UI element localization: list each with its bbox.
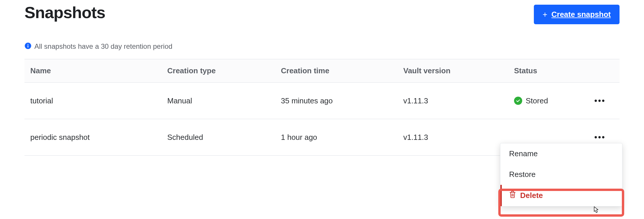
svg-rect-1 [28,45,29,48]
cell-creation-time: 35 minutes ago [275,83,397,119]
menu-item-label: Restore [509,170,536,179]
info-text: All snapshots have a 30 day retention pe… [34,42,173,51]
menu-item-restore[interactable]: Restore [500,164,622,185]
page-title: Snapshots [24,3,105,22]
col-status: Status [508,59,585,83]
cell-creation-type: Scheduled [161,119,275,156]
row-actions-menu-button[interactable]: ••• [594,96,606,105]
plus-icon: + [543,11,547,19]
cell-status: Stored [508,83,585,119]
info-icon [24,42,31,51]
col-vault-version: Vault version [397,59,508,83]
status-label: Stored [526,96,548,105]
check-circle-icon [514,97,522,105]
cell-creation-type: Manual [161,83,275,119]
cell-name: tutorial [24,83,161,119]
cursor-pointer-icon [592,206,600,217]
cell-creation-time: 1 hour ago [275,119,397,156]
cell-vault-version: v1.11.3 [397,119,508,156]
row-actions-menu-button[interactable]: ••• [594,133,606,142]
create-snapshot-button[interactable]: + Create snapshot [534,5,620,24]
col-creation-type: Creation type [161,59,275,83]
cell-name: periodic snapshot [24,119,161,156]
trash-icon [509,191,516,200]
snapshots-table: Name Creation type Creation time Vault v… [24,59,620,156]
menu-item-label: Rename [509,149,538,158]
create-snapshot-label: Create snapshot [551,10,611,19]
menu-item-delete[interactable]: Delete [500,185,622,206]
menu-item-label: Delete [520,191,543,200]
cell-vault-version: v1.11.3 [397,83,508,119]
row-context-menu: Rename Restore Delete [500,143,622,206]
svg-point-2 [27,44,28,45]
col-name: Name [24,59,161,83]
col-creation-time: Creation time [275,59,397,83]
col-actions [585,59,620,83]
menu-item-rename[interactable]: Rename [500,143,622,164]
info-banner: All snapshots have a 30 day retention pe… [24,42,188,51]
table-row: tutorial Manual 35 minutes ago v1.11.3 S… [24,83,620,119]
